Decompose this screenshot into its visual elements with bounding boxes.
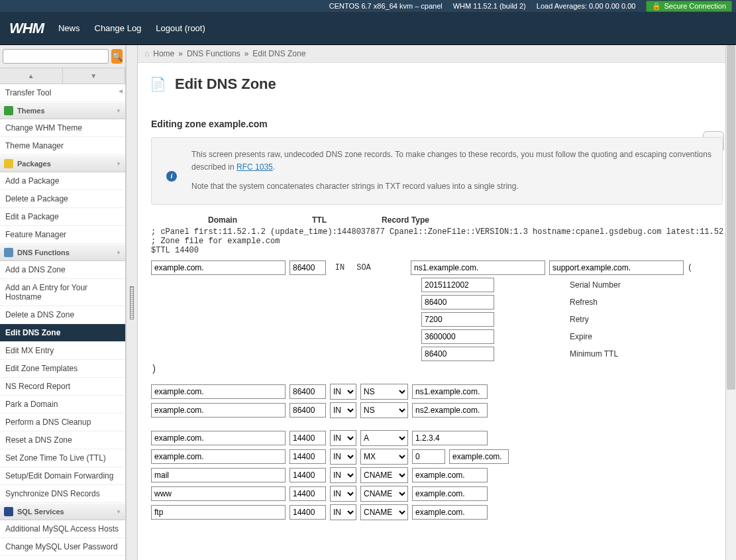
soa-type: SOA bbox=[354, 263, 374, 272]
breadcrumb-current: Edit DNS Zone bbox=[252, 49, 305, 58]
sidebar-item-edit-mx[interactable]: Edit MX Entry bbox=[0, 342, 125, 360]
sidebar-splitter[interactable] bbox=[126, 45, 138, 560]
record-ttl-input[interactable] bbox=[289, 449, 326, 464]
record-class-select[interactable]: IN bbox=[330, 486, 356, 502]
soa-ttl-input[interactable] bbox=[289, 260, 326, 275]
record-value-input[interactable] bbox=[449, 449, 509, 464]
record-domain-input[interactable] bbox=[151, 384, 286, 399]
record-class-select[interactable]: IN bbox=[330, 430, 356, 446]
sidebar-item-transfer-tool[interactable]: Transfer Tool◀ bbox=[0, 84, 125, 102]
sidebar-item-ns-report[interactable]: NS Record Report bbox=[0, 378, 125, 396]
sidebar-up-button[interactable]: ▲ bbox=[0, 68, 63, 84]
record-domain-input[interactable] bbox=[151, 403, 286, 418]
record-value-input[interactable] bbox=[412, 403, 488, 418]
soa-domain-input[interactable] bbox=[151, 260, 286, 275]
sidebar-cat-sql[interactable]: SQL Services▼ bbox=[0, 503, 125, 520]
sidebar-item-mysql-hosts[interactable]: Additional MySQL Access Hosts bbox=[0, 520, 125, 538]
soa-retry-input[interactable] bbox=[421, 312, 494, 327]
record-ttl-input[interactable] bbox=[289, 403, 326, 418]
main-content: ⌂ Home » DNS Functions » Edit DNS Zone 📄… bbox=[138, 45, 736, 560]
sidebar-item-reset-zone[interactable]: Reset a DNS Zone bbox=[0, 431, 125, 449]
sidebar-item-edit-package[interactable]: Edit a Package bbox=[0, 208, 125, 226]
record-type-select[interactable]: NS bbox=[360, 402, 408, 418]
whm-version: WHM 11.52.1 (build 2) bbox=[453, 2, 526, 10]
record-value-input[interactable] bbox=[412, 431, 488, 445]
scrollbar-thumb[interactable] bbox=[727, 45, 735, 390]
record-domain-input[interactable] bbox=[151, 468, 286, 482]
rfc-1035-link[interactable]: RFC 1035 bbox=[237, 162, 273, 172]
record-type-select[interactable]: CNAME bbox=[360, 504, 408, 520]
record-class-select[interactable]: IN bbox=[330, 504, 356, 520]
soa-expire-input[interactable] bbox=[421, 329, 494, 344]
record-row: INA bbox=[151, 430, 723, 446]
sidebar-cat-themes[interactable]: Themes▼ bbox=[0, 102, 125, 119]
record-type-select[interactable]: MX bbox=[360, 449, 408, 465]
sidebar-item-edit-zone[interactable]: Edit DNS Zone bbox=[0, 324, 125, 342]
sidebar-item-dns-cleanup[interactable]: Perform a DNS Cleanup bbox=[0, 414, 125, 431]
record-type-select[interactable]: CNAME bbox=[360, 467, 408, 483]
record-type-select[interactable]: A bbox=[360, 430, 408, 446]
sidebar-item-change-theme[interactable]: Change WHM Theme bbox=[0, 119, 125, 137]
soa-minttl-input[interactable] bbox=[421, 347, 494, 361]
record-domain-input[interactable] bbox=[151, 431, 286, 445]
record-ttl-input[interactable] bbox=[289, 486, 326, 501]
sidebar-item-edit-templates[interactable]: Edit Zone Templates bbox=[0, 360, 125, 378]
sidebar-item-mysql-password[interactable]: Change MySQL User Password bbox=[0, 538, 125, 556]
record-value-input[interactable] bbox=[412, 505, 488, 520]
record-ttl-input[interactable] bbox=[289, 384, 326, 399]
record-priority-input[interactable] bbox=[412, 449, 445, 464]
record-value-input[interactable] bbox=[412, 468, 488, 482]
sidebar-item-set-ttl[interactable]: Set Zone Time To Live (TTL) bbox=[0, 449, 125, 467]
soa-row: IN SOA ( bbox=[151, 260, 723, 275]
sidebar-search-input[interactable] bbox=[3, 49, 109, 64]
record-domain-input[interactable] bbox=[151, 449, 286, 464]
soa-email-input[interactable] bbox=[549, 260, 684, 275]
label: Transfer Tool bbox=[5, 88, 51, 97]
sidebar-cat-packages[interactable]: Packages▼ bbox=[0, 155, 125, 172]
chevron-down-icon: ▼ bbox=[116, 509, 121, 515]
nav-news[interactable]: News bbox=[58, 23, 80, 33]
sidebar-item-theme-manager[interactable]: Theme Manager bbox=[0, 137, 125, 155]
record-class-select[interactable]: IN bbox=[330, 384, 356, 400]
breadcrumb-dns[interactable]: DNS Functions bbox=[187, 49, 240, 58]
sidebar-item-delete-zone[interactable]: Delete a DNS Zone bbox=[0, 306, 125, 324]
page-title: Edit DNS Zone bbox=[175, 76, 276, 93]
record-type-select[interactable]: CNAME bbox=[360, 486, 408, 502]
label: DNS Functions bbox=[17, 249, 70, 256]
record-ttl-input[interactable] bbox=[289, 505, 326, 520]
soa-lparen: ( bbox=[688, 263, 692, 272]
sidebar-item-domain-forwarding[interactable]: Setup/Edit Domain Forwarding bbox=[0, 467, 125, 485]
record-row: INCNAME bbox=[151, 467, 723, 483]
record-type-select[interactable]: NS bbox=[360, 384, 408, 400]
sidebar-item-add-a-entry[interactable]: Add an A Entry for Your Hostname bbox=[0, 279, 125, 306]
vertical-scrollbar[interactable] bbox=[725, 45, 736, 560]
record-class-select[interactable]: IN bbox=[330, 449, 356, 465]
record-domain-input[interactable] bbox=[151, 505, 286, 520]
record-ttl-input[interactable] bbox=[289, 468, 326, 482]
record-class-select[interactable]: IN bbox=[330, 402, 356, 418]
record-class-select[interactable]: IN bbox=[330, 467, 356, 483]
sidebar-item-add-package[interactable]: Add a Package bbox=[0, 172, 125, 190]
sidebar-down-button[interactable]: ▼ bbox=[63, 68, 126, 84]
soa-rparen: ) bbox=[151, 364, 723, 374]
record-value-input[interactable] bbox=[412, 384, 488, 399]
soa-refresh-input[interactable] bbox=[421, 295, 494, 309]
sidebar-item-feature-manager[interactable]: Feature Manager bbox=[0, 226, 125, 244]
soa-serial-input[interactable] bbox=[421, 278, 494, 292]
nav-changelog[interactable]: Change Log bbox=[95, 23, 142, 33]
label: SQL Services bbox=[17, 508, 64, 516]
col-domain: Domain bbox=[151, 215, 294, 225]
nav-logout[interactable]: Logout (root) bbox=[156, 23, 205, 33]
breadcrumb-home[interactable]: Home bbox=[153, 49, 174, 58]
sidebar-cat-dns[interactable]: DNS Functions▼ bbox=[0, 244, 125, 261]
sidebar-item-delete-package[interactable]: Delete a Package bbox=[0, 190, 125, 208]
record-domain-input[interactable] bbox=[151, 486, 286, 501]
sidebar-item-add-zone[interactable]: Add a DNS Zone bbox=[0, 261, 125, 279]
record-ttl-input[interactable] bbox=[289, 431, 326, 445]
sidebar-search-button[interactable]: 🔍 bbox=[111, 49, 123, 64]
sidebar-item-sync-dns[interactable]: Synchronize DNS Records bbox=[0, 485, 125, 503]
sidebar-item-db-map[interactable]: Database Map Tool bbox=[0, 556, 125, 560]
record-value-input[interactable] bbox=[412, 486, 488, 501]
soa-ns-input[interactable] bbox=[411, 260, 545, 275]
sidebar-item-park-domain[interactable]: Park a Domain bbox=[0, 396, 125, 414]
